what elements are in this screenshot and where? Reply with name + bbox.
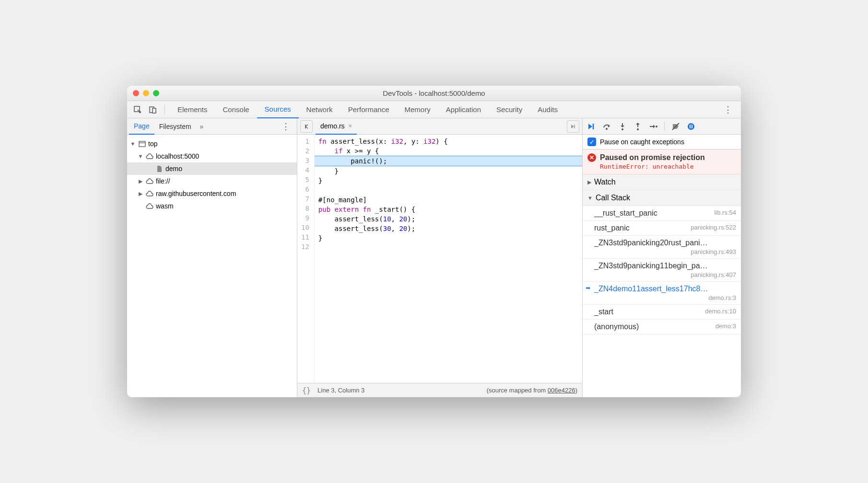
- tab-application[interactable]: Application: [438, 101, 489, 118]
- navigator-menu-button[interactable]: ⋮: [277, 121, 295, 132]
- main-area: PageFilesystem » ⋮ ▼top▼localhost:5000de…: [127, 118, 741, 397]
- svg-rect-11: [692, 125, 692, 128]
- cursor-position: Line 3, Column 3: [317, 387, 364, 394]
- tab-security[interactable]: Security: [489, 101, 530, 118]
- svg-rect-3: [139, 141, 145, 147]
- nav-tab-page[interactable]: Page: [129, 118, 154, 135]
- step-button[interactable]: [648, 121, 658, 132]
- tab-sources[interactable]: Sources: [257, 101, 299, 118]
- toolbar-separator: [164, 105, 165, 115]
- watch-section-header[interactable]: ▶ Watch: [583, 174, 741, 190]
- pause-exceptions-button[interactable]: [686, 121, 696, 132]
- watch-label: Watch: [594, 178, 616, 186]
- svg-point-8: [656, 126, 657, 127]
- window-title: DevTools - localhost:5000/demo: [127, 89, 741, 97]
- paused-reason-panel: ✕ Paused on promise rejection RuntimeErr…: [583, 150, 741, 174]
- tree-node-demo[interactable]: demo: [127, 162, 297, 175]
- stack-frame[interactable]: _ZN3std9panicking11begin_pa…panicking.rs…: [583, 259, 741, 282]
- stack-frame[interactable]: __rust_start_paniclib.rs:54: [583, 206, 741, 221]
- code-content: fn assert_less(x: i32, y: i32) { if x >=…: [315, 135, 582, 383]
- svg-point-9: [688, 123, 694, 130]
- main-toolbar: ElementsConsoleSourcesNetworkPerformance…: [127, 101, 741, 118]
- format-button[interactable]: {}: [302, 386, 311, 395]
- step-into-button[interactable]: [617, 121, 628, 132]
- file-tab-label: demo.rs: [320, 122, 345, 130]
- editor-tabs: demo.rs ×: [297, 118, 582, 135]
- svg-point-5: [606, 128, 608, 130]
- tree-node-localhost-5000[interactable]: ▼localhost:5000: [127, 150, 297, 162]
- error-message: RuntimeError: unreachable: [587, 162, 736, 170]
- more-menu-button[interactable]: ⋮: [719, 104, 737, 115]
- pause-caught-checkbox[interactable]: ✓: [587, 138, 596, 146]
- inspect-element-icon[interactable]: [131, 103, 144, 116]
- expand-icon: ▶: [587, 179, 591, 185]
- debugger-toolbar: [583, 118, 741, 135]
- stack-frame[interactable]: _ZN4demo11assert_less17hc8…demo.rs:3: [583, 282, 741, 305]
- svg-point-6: [622, 128, 623, 130]
- callstack-section-header[interactable]: ▼ Call Stack: [583, 190, 741, 206]
- stack-frame[interactable]: rust_panicpanicking.rs:522: [583, 221, 741, 236]
- navigator-tabs: PageFilesystem » ⋮: [127, 118, 297, 135]
- file-tab-demo[interactable]: demo.rs ×: [316, 118, 357, 135]
- run-snippet-button[interactable]: [567, 120, 579, 133]
- toolbar-separator: [664, 122, 665, 131]
- nav-back-button[interactable]: [300, 120, 313, 133]
- more-tabs-button[interactable]: »: [196, 123, 208, 130]
- source-map-info: (source mapped from 006e4226): [487, 387, 577, 394]
- editor-panel: demo.rs × 123456789101112 fn assert_less…: [297, 118, 583, 397]
- error-icon: ✕: [587, 153, 596, 162]
- svg-rect-2: [152, 108, 156, 113]
- pause-caught-label: Pause on caught exceptions: [600, 138, 684, 146]
- svg-rect-10: [690, 125, 691, 128]
- callstack-label: Call Stack: [596, 194, 630, 202]
- nav-tab-filesystem[interactable]: Filesystem: [154, 118, 196, 135]
- tab-performance[interactable]: Performance: [340, 101, 397, 118]
- tab-elements[interactable]: Elements: [170, 101, 215, 118]
- tab-audits[interactable]: Audits: [530, 101, 565, 118]
- call-stack-list: __rust_start_paniclib.rs:54rust_panicpan…: [583, 206, 741, 397]
- tab-memory[interactable]: Memory: [397, 101, 438, 118]
- deactivate-breakpoints-button[interactable]: [670, 121, 681, 132]
- tree-node-raw-githubusercontent-com[interactable]: ▶raw.githubusercontent.com: [127, 187, 297, 200]
- devtools-window: DevTools - localhost:5000/demo ElementsC…: [127, 86, 741, 397]
- paused-reason-title: Paused on promise rejection: [600, 153, 705, 162]
- step-over-button[interactable]: [602, 121, 612, 132]
- stack-frame[interactable]: (anonymous)demo:3: [583, 320, 741, 334]
- panel-tabs: ElementsConsoleSourcesNetworkPerformance…: [170, 101, 717, 118]
- close-tab-button[interactable]: ×: [349, 122, 352, 129]
- svg-point-7: [637, 128, 639, 130]
- stack-frame[interactable]: _ZN3std9panicking20rust_pani…panicking.r…: [583, 236, 741, 259]
- pause-options: ✓ Pause on caught exceptions: [583, 135, 741, 150]
- navigator-panel: PageFilesystem » ⋮ ▼top▼localhost:5000de…: [127, 118, 297, 397]
- step-out-button[interactable]: [633, 121, 643, 132]
- tab-network[interactable]: Network: [299, 101, 340, 118]
- editor-statusbar: {} Line 3, Column 3 (source mapped from …: [297, 383, 582, 397]
- tab-console[interactable]: Console: [215, 101, 257, 118]
- source-map-link[interactable]: 006e4226: [548, 387, 575, 394]
- tree-node-wasm[interactable]: wasm: [127, 200, 297, 212]
- line-gutter: 123456789101112: [297, 135, 315, 383]
- titlebar: DevTools - localhost:5000/demo: [127, 86, 741, 101]
- debugger-panel: ✓ Pause on caught exceptions ✕ Paused on…: [583, 118, 741, 397]
- tree-node-top[interactable]: ▼top: [127, 138, 297, 150]
- code-editor[interactable]: 123456789101112 fn assert_less(x: i32, y…: [297, 135, 582, 383]
- tree-node-file---[interactable]: ▶file://: [127, 175, 297, 187]
- stack-frame[interactable]: _startdemo.rs:10: [583, 305, 741, 320]
- resume-button[interactable]: [586, 121, 597, 132]
- device-toggle-icon[interactable]: [146, 103, 160, 116]
- collapse-icon: ▼: [587, 195, 593, 201]
- file-tree: ▼top▼localhost:5000demo▶file://▶raw.gith…: [127, 135, 297, 397]
